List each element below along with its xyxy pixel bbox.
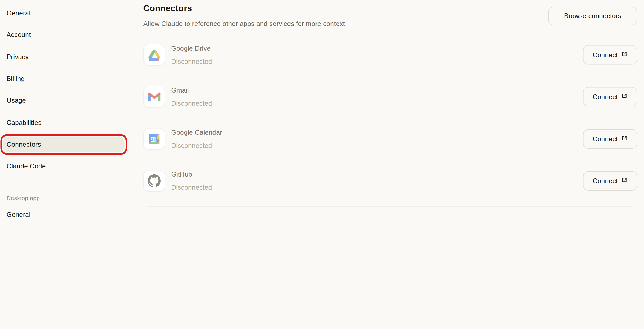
external-link-icon [622,93,628,101]
sidebar-section-desktop-app: Desktop app [7,194,40,202]
connector-status: Disconnected [171,99,212,108]
connector-status: Disconnected [171,57,212,66]
connect-google-drive-button[interactable]: Connect [583,45,637,65]
settings-sidebar: General Account Privacy Billing Usage Ca… [0,0,131,219]
connector-name: Gmail [171,86,212,95]
section-divider [147,207,632,207]
connector-row-gmail: Gmail Disconnected Connect [143,86,637,108]
gmail-icon [143,86,165,108]
connect-gmail-button[interactable]: Connect [583,87,637,106]
sidebar-item-billing[interactable]: Billing [3,71,125,86]
connector-status: Disconnected [171,183,212,192]
connector-row-github: GitHub Disconnected Connect [143,170,637,192]
connect-label: Connect [593,93,618,100]
settings-page: General Account Privacy Billing Usage Ca… [0,0,644,219]
google-calendar-icon: 31 [143,128,165,150]
sidebar-item-privacy[interactable]: Privacy [3,50,125,65]
external-link-icon [622,51,628,59]
connect-github-button[interactable]: Connect [583,171,637,191]
connectors-panel: Connectors Allow Claude to reference oth… [143,0,637,219]
connector-name: Google Drive [171,44,212,53]
svg-text:31: 31 [151,138,155,142]
connect-google-calendar-button[interactable]: Connect [583,129,637,149]
github-icon [143,170,165,192]
connector-row-google-drive: Google Drive Disconnected Connect [143,44,637,66]
external-link-icon [622,135,628,143]
connect-label: Connect [593,177,618,184]
connector-name: GitHub [171,170,212,179]
connector-status: Disconnected [171,141,222,150]
sidebar-item-claude-code[interactable]: Claude Code [3,159,125,174]
connect-label: Connect [593,135,618,143]
browse-connectors-button[interactable]: Browse connectors [548,7,637,25]
page-description: Allow Claude to reference other apps and… [143,20,347,28]
sidebar-item-desktop-general[interactable]: General [3,207,125,220]
external-link-icon [622,177,628,185]
sidebar-item-connectors[interactable]: Connectors [3,137,125,152]
sidebar-item-usage[interactable]: Usage [3,93,125,108]
google-drive-icon [143,44,165,66]
page-title: Connectors [143,3,192,13]
browse-connectors-label: Browse connectors [564,12,621,20]
connect-label: Connect [593,51,618,59]
sidebar-item-capabilities[interactable]: Capabilities [3,116,125,130]
connector-row-google-calendar: 31 Google Calendar Disconnected Connect [143,128,637,150]
sidebar-item-general[interactable]: General [3,6,125,21]
sidebar-item-account[interactable]: Account [3,28,125,42]
connector-name: Google Calendar [171,128,222,137]
